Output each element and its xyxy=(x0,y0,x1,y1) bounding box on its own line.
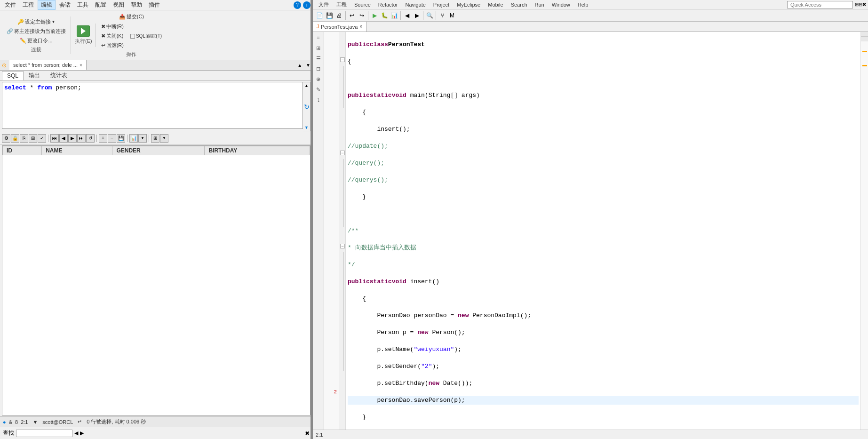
left-tool-3[interactable]: ☰ xyxy=(314,54,323,63)
search-prev-btn[interactable]: ◀ xyxy=(74,430,78,436)
menu-session[interactable]: 会话 xyxy=(56,0,73,9)
sub-tab-stats[interactable]: 统计表 xyxy=(45,70,72,81)
menu-file[interactable]: 文件 xyxy=(2,0,19,9)
sql-input[interactable]: select * from person; xyxy=(2,82,303,129)
scroll-refresh-icon[interactable]: ↻ xyxy=(304,103,310,111)
left-tool-2[interactable]: ⊞ xyxy=(314,43,323,53)
settings-btn[interactable]: ⚙ xyxy=(2,134,10,143)
coverage-btn[interactable]: 📊 xyxy=(390,11,399,20)
left-tool-7[interactable]: ⤵ xyxy=(314,95,323,104)
eclipse-menu-mobile[interactable]: Mobile xyxy=(484,1,507,8)
search-close-btn[interactable]: ✖ xyxy=(305,430,310,437)
chart-dropdown-btn[interactable]: ▼ xyxy=(138,134,147,143)
sql-tab-active[interactable]: select * from person; dele ... × xyxy=(9,60,87,70)
lock-btn[interactable]: 🔒 xyxy=(11,134,19,143)
collapse-marker-2[interactable]: − xyxy=(340,151,345,155)
menu-project[interactable]: 工程 xyxy=(20,0,37,9)
new-btn[interactable]: 📄 xyxy=(315,11,324,20)
search-btn[interactable]: 🔍 xyxy=(425,11,434,20)
next-edit-btn[interactable]: ▶ xyxy=(412,11,422,20)
menu-help[interactable]: 帮助 xyxy=(128,0,145,9)
execute-btn[interactable] xyxy=(77,25,90,37)
eclipse-menu-run[interactable]: Run xyxy=(531,1,548,8)
gutter-line xyxy=(324,134,339,142)
code-line: insert(); xyxy=(348,125,859,134)
rollback-btn[interactable]: ↩ 回滚(R) xyxy=(99,41,126,50)
chart-btn[interactable]: 📊 xyxy=(129,134,138,143)
gutter-line xyxy=(324,286,339,295)
annotation-scroll-top[interactable] xyxy=(861,32,868,37)
undo-btn[interactable]: ↩ xyxy=(347,11,357,20)
java-tab-persontest[interactable]: J PersonTest.java × xyxy=(313,22,366,32)
move-next-btn[interactable]: ▶ xyxy=(68,134,77,143)
java-code-editor[interactable]: public class PersonTest { public static … xyxy=(346,32,860,430)
eclipse-menu-refactor[interactable]: Refactor xyxy=(374,1,402,8)
eclipse-menu-file[interactable]: 文件 xyxy=(315,0,333,8)
eclipse-menu-window[interactable]: Window xyxy=(548,1,574,8)
eclipse-menu-help[interactable]: Help xyxy=(574,1,592,8)
move-last-btn[interactable]: ⏭ xyxy=(77,134,86,143)
menu-plugin[interactable]: 插件 xyxy=(146,0,163,9)
refresh-btn[interactable]: ↺ xyxy=(86,134,95,143)
code-line: { xyxy=(348,108,859,117)
move-first-btn[interactable]: ⏮ xyxy=(50,134,59,143)
scroll-up-btn[interactable]: ▲ xyxy=(304,83,309,88)
left-tool-4[interactable]: ⊟ xyxy=(314,64,323,73)
sub-tab-output[interactable]: 输出 xyxy=(24,70,45,81)
annotation-scroll-bottom[interactable] xyxy=(861,37,868,41)
delete-row-btn[interactable]: − xyxy=(108,134,116,143)
eclipse-menu-search[interactable]: Search xyxy=(507,1,531,8)
left-tool-1[interactable]: ≡ xyxy=(314,33,323,42)
commit-btn[interactable]: 📤 提交(C) xyxy=(117,12,146,21)
menu-config[interactable]: 配置 xyxy=(92,0,109,9)
search-next-btn[interactable]: ▶ xyxy=(80,430,84,436)
grid-btn[interactable]: ⊞ xyxy=(151,134,159,143)
change-password-btn[interactable]: ✏️ 更改口令... xyxy=(18,36,54,45)
left-tool-5[interactable]: ⊕ xyxy=(314,74,323,84)
history-btn[interactable]: ⊞ xyxy=(29,134,37,143)
tab-close-btn[interactable]: × xyxy=(80,63,82,68)
debug-btn[interactable]: 🐛 xyxy=(380,11,389,20)
myeclipse-btn[interactable]: M xyxy=(447,11,457,20)
help-icon[interactable]: ? xyxy=(294,1,301,9)
toolbar-icon-3[interactable]: ✖ xyxy=(862,2,866,7)
collapse-marker-3[interactable]: − xyxy=(340,244,345,248)
info-icon[interactable]: i xyxy=(303,1,311,9)
eclipse-menu-project[interactable]: 工程 xyxy=(333,0,350,8)
sql-trace-check[interactable]: SQL 跟踪(T) xyxy=(128,32,164,40)
left-tool-6[interactable]: ✎ xyxy=(314,85,323,94)
set-current-connect-btn[interactable]: 🔗 将主连接设为当前连接 xyxy=(5,27,68,36)
move-prev-btn[interactable]: ◀ xyxy=(59,134,68,143)
eclipse-menu-navigate[interactable]: Navigate xyxy=(401,1,429,8)
sub-tab-sql[interactable]: SQL xyxy=(2,71,24,80)
save-all-btn[interactable]: 💾 xyxy=(325,11,334,20)
toolbar-icon-2[interactable]: ⊟ xyxy=(859,2,862,7)
add-row-btn[interactable]: + xyxy=(99,134,107,143)
eclipse-menu-myeclipse[interactable]: MyEclipse xyxy=(453,1,484,8)
redo-btn[interactable]: ↪ xyxy=(357,11,366,20)
menu-view[interactable]: 视图 xyxy=(110,0,127,9)
menu-tools[interactable]: 工具 xyxy=(74,0,91,9)
eclipse-menu-source[interactable]: Source xyxy=(350,1,374,8)
menu-edit[interactable]: 编辑 xyxy=(38,0,56,10)
run-btn[interactable]: ▶ xyxy=(370,11,379,20)
edit-icon: ✏️ xyxy=(20,38,26,44)
grid-dropdown-btn[interactable]: ▼ xyxy=(160,134,168,143)
git-btn[interactable]: ⑂ xyxy=(438,11,447,20)
close-btn[interactable]: ✖ 关闭(K) xyxy=(99,32,126,40)
quick-access-input[interactable] xyxy=(787,1,853,8)
save-btn[interactable]: 💾 xyxy=(117,134,125,143)
java-tab-close-btn[interactable]: × xyxy=(359,24,362,29)
break-btn[interactable]: ✖ 中断(R) xyxy=(99,22,126,31)
tab-scroll-up[interactable]: ▲ xyxy=(295,63,304,68)
copy-btn[interactable]: ⎘ xyxy=(20,134,28,143)
search-input[interactable] xyxy=(16,430,72,437)
toolbar-icon-1[interactable]: ⊞ xyxy=(855,2,859,7)
prev-edit-btn[interactable]: ◀ xyxy=(402,11,412,20)
collapse-marker-1[interactable]: − xyxy=(340,57,345,62)
set-main-connect-btn[interactable]: 🔑 设定主链接 ▼ xyxy=(16,17,57,26)
eclipse-menu-proj[interactable]: Project xyxy=(430,1,453,8)
print-btn[interactable]: 🖨 xyxy=(334,11,344,20)
scroll-down-btn[interactable]: ▼ xyxy=(304,125,309,130)
check-btn[interactable]: ✓ xyxy=(38,134,46,143)
